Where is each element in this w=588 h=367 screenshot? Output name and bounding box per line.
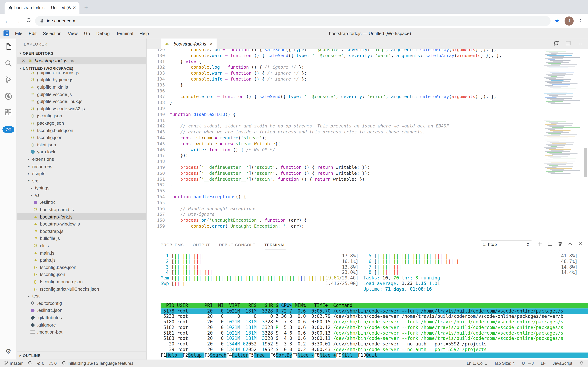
tree-item-extensions[interactable]: ▸extensions [17,156,146,163]
outline-header[interactable]: ▸ OUTLINE [17,351,146,359]
close-icon[interactable]: ✕ [22,58,25,63]
tree-item-tsconfig.json[interactable]: {}tsconfig.json [17,271,146,278]
fkey-F3[interactable]: F3 [205,353,210,358]
fkey-label-nice +[interactable]: Nice + [320,353,336,358]
toggle-sync-icon[interactable] [553,40,559,47]
split-terminal-icon[interactable] [547,241,553,247]
fkey-F4[interactable]: F4 [226,353,232,358]
close-icon[interactable]: ✕ [209,41,213,46]
tree-item-.gitattributes[interactable]: .gitattributes [17,314,146,321]
kill-terminal-icon[interactable] [557,241,563,247]
fkey-F6[interactable]: F6 [270,353,276,358]
tree-item-bootstrap-window.js[interactable]: JSbootstrap-window.js [17,220,146,228]
tree-item-src[interactable]: ▾src [17,177,146,184]
tree-item-scripts[interactable]: ▸scripts [17,170,146,177]
new-tab-button[interactable]: + [82,3,91,12]
status-item-ln-1-col-1[interactable]: Ln 1, Col 1 [467,361,487,366]
sidebar-item-extensions[interactable] [0,104,17,121]
open-editors-header[interactable]: ▾ OPEN EDITORS [17,49,146,57]
menu-item-help[interactable]: Help [136,31,152,36]
tree-item-paths.js[interactable]: JSpaths.js [17,256,146,264]
htop-process-row[interactable]: 5181 root 20 0 1021M 181M 3328 S 4.6 0.6… [161,330,588,336]
status-item-javascript[interactable]: JavaScript [553,361,572,366]
tree-item-package.json[interactable]: {}package.json [17,119,146,127]
gear-icon[interactable]: ⚙ [0,347,17,355]
tree-item-cli.js[interactable]: JScli.js [17,242,146,249]
sidebar-item-search[interactable] [0,55,17,71]
tree-item-tsconfig.json[interactable]: {}tsconfig.json [17,134,146,141]
tree-item-gulpfile.vscode.win32.js[interactable]: JSgulpfile.vscode.win32.js [17,105,146,112]
minimap[interactable] [543,50,582,174]
tree-item-jsconfig.json[interactable]: {}jsconfig.json [17,112,146,119]
editor-tab[interactable]: JS bootstrap-fork.js ✕ [161,39,217,49]
sidebar-item-explorer[interactable] [0,39,17,55]
terminal-select[interactable]: 1: htop ▲▼ [480,240,532,248]
panel-tab-debug-console[interactable]: DEBUG CONSOLE [219,239,255,250]
tree-item-.mention-bot[interactable]: .mention-bot [17,328,146,336]
tree-item-gulpfile.mixin.js[interactable]: JSgulpfile.mixin.js [17,83,146,91]
tree-item-bootstrap-fork.js[interactable]: JSbootstrap-fork.js [17,213,146,220]
back-icon[interactable]: ← [2,18,13,24]
status-item-0[interactable]: ⊘0 [37,361,44,366]
address-bar[interactable]: ide.coder.com [35,16,550,26]
new-terminal-icon[interactable] [537,241,542,247]
tree-item-main.js[interactable]: JSmain.js [17,249,146,256]
open-editor-item[interactable]: ✕ JS bootstrap-fork.js src [17,57,146,64]
status-item-tab-size-4[interactable]: Tab Size: 4 [494,361,515,366]
tree-item-bootstrap.js[interactable]: JSbootstrap.js [17,228,146,235]
fkey-F7[interactable]: F7 [292,353,298,358]
menu-item-terminal[interactable]: Terminal [113,31,136,36]
tree-item-yarn.lock[interactable]: yarn.lock [17,148,146,156]
menu-item-debug[interactable]: Debug [93,31,113,36]
htop-process-row[interactable]: 5180 root 20 0 1021M 181M 3328 S 7.3 0.6… [161,319,588,325]
fkey-label-search[interactable]: Search [210,353,226,358]
tree-item-.gitignore[interactable]: .gitignore [17,321,146,328]
status-badge[interactable]: Off [2,126,14,133]
reload-icon[interactable] [23,17,33,24]
status-item-sync-icon[interactable] [27,360,32,366]
status-item-Initializing JS/TS language features[interactable]: Initializing JS/TS language features [62,360,133,366]
panel-tab-problems[interactable]: PROBLEMS [161,239,184,250]
tree-item-gulpfile.hygiene.js[interactable]: JSgulpfile.hygiene.js [17,76,146,83]
menu-item-selection[interactable]: Selection [40,31,65,36]
tree-item-typings[interactable]: ▸typings [17,184,146,192]
tree-item-test[interactable]: ▸test [17,292,146,300]
tree-item-tslint.json[interactable]: {}tslint.json [17,141,146,148]
fkey-F10[interactable]: F10 [358,353,366,358]
sidebar-item-debug[interactable] [0,88,17,104]
status-item-lf[interactable]: LF [541,361,546,366]
fkey-label-tree[interactable]: Tree [254,353,270,358]
bell-icon[interactable] [579,360,584,366]
split-editor-icon[interactable] [565,40,571,47]
htop-process-row[interactable]: 5178 root 20 0 1021M 181M 3328 R 72.7 0.… [161,308,588,314]
forward-icon[interactable]: → [13,18,23,24]
tree-item-resources[interactable]: ▸resources [17,163,146,170]
menu-item-view[interactable]: View [65,31,81,36]
htop-process-row[interactable]: 5183 root 20 0 1021M 181M 3328 S 4.0 0.6… [161,336,588,341]
tree-item-tsconfig.base.json[interactable]: {}tsconfig.base.json [17,264,146,271]
maximize-panel-icon[interactable] [568,241,573,247]
htop-process-row[interactable]: 5182 root 20 0 1021M 181M 3328 R 5.3 0.6… [161,325,588,330]
fkey-label-quit[interactable]: Quit [366,353,588,358]
tree-item-buildfile.js[interactable]: JSbuildfile.js [17,235,146,242]
fkey-label-sortby[interactable]: SortBy [276,353,292,358]
tree-item-tsconfig.strictNullChecks.json[interactable]: {}tsconfig.strictNullChecks.json [17,285,146,292]
tree-item-.eslintrc[interactable]: .eslintrc [17,199,146,206]
fkey-F1[interactable]: F1 [161,353,166,358]
fkey-F2[interactable]: F2 [182,353,188,358]
more-actions-icon[interactable]: ⋯ [577,41,582,47]
panel-tab-terminal[interactable]: TERMINAL [265,239,286,250]
tree-item-vs[interactable]: ▸vs [17,192,146,199]
tree-item-bootstrap-amd.js[interactable]: JSbootstrap-amd.js [17,206,146,213]
browser-menu-icon[interactable]: ⋮ [578,18,583,24]
fkey-label-kill[interactable]: Kill [341,353,358,358]
browser-tab[interactable]: bootstrap-fork.js — Untitled (W ✕ [5,2,79,14]
tree-item-tsconfig.monaco.json[interactable]: {}tsconfig.monaco.json [17,278,146,285]
tree-item-gulpfile.vscode.js[interactable]: JSgulpfile.vscode.js [17,91,146,98]
panel-tab-output[interactable]: OUTPUT [193,239,210,250]
status-item-0[interactable]: ⚠0 [49,361,57,366]
code-editor[interactable]: 129 console.log = function () { safeSend… [147,49,588,238]
tree-item-tsconfig.build.json[interactable]: {}tsconfig.build.json [17,127,146,134]
fkey-label-help[interactable]: Help [166,353,182,358]
menu-item-file[interactable]: File [12,31,25,36]
